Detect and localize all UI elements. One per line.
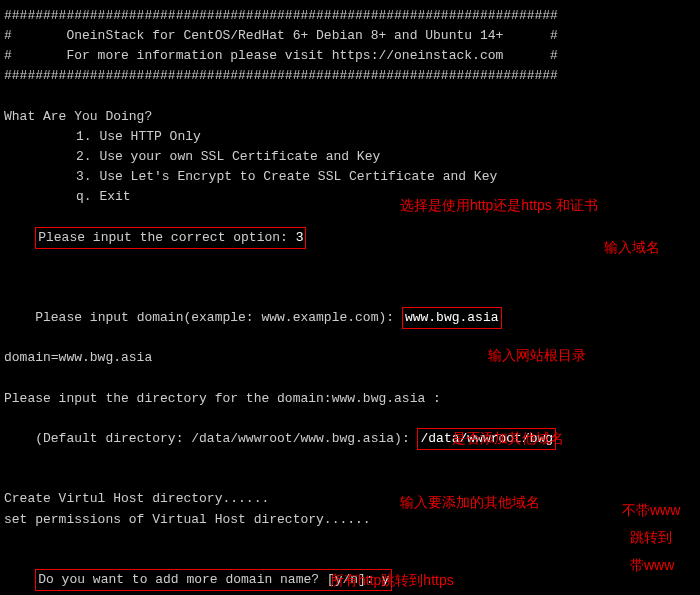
domain-prompt: Please input domain(example: www.example…	[35, 310, 402, 325]
banner-line-1: # OneinStack for CentOS/RedHat 6+ Debian…	[4, 26, 696, 46]
set-perm-msg: set permissions of Virtual Host director…	[4, 510, 696, 530]
create-dir-msg: Create Virtul Host directory......	[4, 489, 696, 509]
dir-prompt-2: (Default directory: /data/wwwroot/www.bw…	[35, 431, 417, 446]
option-prompt-box: Please input the correct option: 3	[35, 227, 306, 249]
banner-border-bottom: ########################################…	[4, 66, 696, 86]
domain-echo: domain=www.bwg.asia	[4, 348, 696, 368]
annotation-redirect-1: 不带www	[622, 500, 680, 522]
menu-option-2: 2. Use your own SSL Certificate and Key	[4, 147, 696, 167]
annotation-type-domain: 输入要添加的其他域名	[400, 492, 540, 514]
banner-border-top: ########################################…	[4, 6, 696, 26]
annotation-redirect-3: 带www	[630, 555, 674, 577]
annotation-dir: 输入网站根目录	[488, 345, 586, 367]
annotation-https: 所有http跳转到https	[330, 570, 454, 592]
terminal-output: ########################################…	[4, 6, 696, 595]
option-input[interactable]: 3	[296, 230, 304, 245]
domain-input[interactable]: www.bwg.asia	[402, 307, 502, 329]
menu-option-3: 3. Use Let's Encrypt to Create SSL Certi…	[4, 167, 696, 187]
annotation-option: 选择是使用http还是https 和证书	[400, 195, 598, 217]
annotation-redirect-2: 跳转到	[630, 527, 672, 549]
banner-line-2: # For more information please visit http…	[4, 46, 696, 66]
annotation-domain: 输入域名	[604, 237, 660, 259]
option-prompt: Please input the correct option:	[38, 230, 295, 245]
annotation-more: 是否添加其他域名	[452, 428, 564, 450]
dir-prompt-1: Please input the directory for the domai…	[4, 389, 696, 409]
menu-option-1: 1. Use HTTP Only	[4, 127, 696, 147]
menu-title: What Are You Doing?	[4, 107, 696, 127]
